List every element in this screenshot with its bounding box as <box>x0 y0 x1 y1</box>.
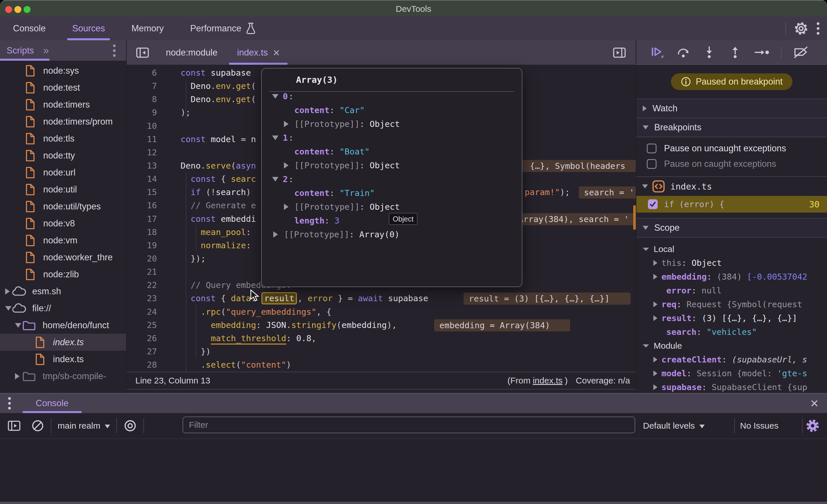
breakpoint-option[interactable]: Pause on caught exceptions <box>636 156 827 172</box>
popup-row[interactable]: content: "Train" <box>262 186 522 200</box>
step-over-icon[interactable] <box>676 46 690 59</box>
resume-icon[interactable] <box>650 46 665 59</box>
more-tabs-icon[interactable]: » <box>43 45 48 57</box>
scope-variable-this[interactable]: this: Object <box>636 256 827 270</box>
line-number[interactable]: 23 <box>127 292 157 305</box>
line-number[interactable]: 24 <box>127 305 157 319</box>
scope-variable-createClient[interactable]: createClient: (supabaseUrl, s <box>636 353 827 367</box>
console-sidebar-toggle-icon[interactable] <box>7 420 21 432</box>
step-out-icon[interactable] <box>728 46 742 59</box>
file-tree-item[interactable]: node:timers/prom <box>0 113 126 130</box>
code-line-24[interactable]: 24.rpc("query_embeddings", { <box>127 305 636 319</box>
scope-variable-result[interactable]: result: (3) [{…}, {…}, {…}] <box>636 311 827 325</box>
file-tree-item[interactable]: file:// <box>0 300 126 317</box>
checkbox[interactable] <box>647 159 656 169</box>
breakpoint-file-group[interactable]: index.ts <box>636 176 827 196</box>
tab-memory[interactable]: Memory <box>126 16 169 40</box>
file-tree-item[interactable]: index.ts <box>0 351 126 368</box>
scope-section-local[interactable]: Local <box>636 242 827 256</box>
log-levels-dropdown[interactable]: Default levels <box>643 421 704 431</box>
line-number[interactable]: 28 <box>127 358 157 372</box>
more-options-icon[interactable] <box>816 21 820 36</box>
code-line-27[interactable]: 27}) <box>127 345 636 358</box>
code-line-28[interactable]: 28.select("content") <box>127 358 636 372</box>
issues-counter[interactable]: No Issues <box>740 421 778 431</box>
file-tree-item[interactable]: node:sys <box>0 62 126 79</box>
breakpoint-entry[interactable]: if (error) { 30 <box>636 196 827 213</box>
popup-row[interactable]: [[Prototype]]: Array(0) <box>262 228 522 241</box>
line-number[interactable]: 18 <box>127 226 157 239</box>
close-drawer-icon[interactable]: × <box>810 396 818 410</box>
tab-console[interactable]: Console <box>8 16 51 40</box>
line-number[interactable]: 25 <box>127 319 157 332</box>
line-number[interactable]: 9 <box>127 106 157 119</box>
hide-panel-icon[interactable] <box>613 47 626 58</box>
popup-row[interactable]: [[Prototype]]: Object <box>262 117 522 131</box>
filter-input[interactable] <box>183 416 635 433</box>
line-number[interactable]: 21 <box>127 265 157 278</box>
line-number[interactable]: 19 <box>127 239 157 252</box>
line-number[interactable]: 13 <box>127 159 157 172</box>
popup-row[interactable]: 0: <box>262 90 522 103</box>
line-number[interactable]: 12 <box>127 146 157 159</box>
step-icon[interactable] <box>754 46 769 59</box>
line-number[interactable]: 22 <box>127 278 157 292</box>
file-tree-item[interactable]: node:tls <box>0 130 126 147</box>
line-number[interactable]: 11 <box>127 132 157 146</box>
line-number[interactable]: 7 <box>127 79 157 93</box>
file-tree-item[interactable]: node:timers <box>0 96 126 113</box>
line-number[interactable]: 6 <box>127 66 157 79</box>
line-number[interactable]: 8 <box>127 93 157 106</box>
line-number[interactable]: 17 <box>127 212 157 226</box>
popup-row[interactable]: [[Prototype]]: Object <box>262 159 522 172</box>
tab-sources[interactable]: Sources <box>67 16 110 40</box>
scope-variable-embedding[interactable]: embedding: (384) [-0.00537042 <box>636 270 827 284</box>
file-tree-item[interactable]: home/deno/funct <box>0 317 126 334</box>
line-number[interactable]: 20 <box>127 252 157 265</box>
console-settings-gear-icon[interactable] <box>805 418 820 433</box>
file-tree-item[interactable]: node:url <box>0 164 126 181</box>
editor-tab-node:module[interactable]: node:module <box>156 40 227 65</box>
file-tree-item[interactable]: node:test <box>0 79 126 96</box>
checkbox[interactable] <box>647 144 656 153</box>
scope-section-module[interactable]: Module <box>636 339 827 353</box>
file-tree-item[interactable]: index.ts <box>0 334 126 351</box>
drawer-menu-icon[interactable] <box>7 396 11 411</box>
popup-row[interactable]: 1: <box>262 131 522 145</box>
line-number[interactable]: 14 <box>127 172 157 185</box>
code-line-25[interactable]: 25embedding: JSON.stringify(embedding),e… <box>127 319 636 332</box>
file-tree-item[interactable]: node:worker_thre <box>0 249 126 266</box>
sidebar-menu-icon[interactable] <box>112 43 116 58</box>
scope-variable-supabase[interactable]: supabase: SupabaseClient {sup <box>636 380 827 393</box>
execution-context-dropdown[interactable]: main realm <box>58 421 110 431</box>
tab-performance[interactable]: Performance <box>185 16 261 40</box>
tab-scripts[interactable]: Scripts <box>7 46 34 56</box>
popup-row[interactable]: [[Prototype]]: Object <box>262 200 522 214</box>
popup-row[interactable]: content: "Boat" <box>262 145 522 159</box>
section-breakpoints[interactable]: Breakpoints <box>636 118 827 136</box>
line-number[interactable]: 16 <box>127 199 157 212</box>
scope-variable-req[interactable]: req: Request {Symbol(request <box>636 297 827 311</box>
scope-variable-search[interactable]: search: "vehicles" <box>636 325 827 339</box>
live-expression-eye-icon[interactable] <box>123 419 137 433</box>
popup-row[interactable]: content: "Car" <box>262 103 522 117</box>
line-number[interactable]: 26 <box>127 332 157 345</box>
code-line-23[interactable]: 23const { data: result, error } = await … <box>127 292 636 305</box>
breakpoint-checkbox[interactable] <box>648 200 658 209</box>
file-tree-item[interactable]: node:util <box>0 181 126 198</box>
step-into-icon[interactable] <box>702 46 717 59</box>
breakpoint-option[interactable]: Pause on uncaught exceptions <box>636 141 827 156</box>
line-number[interactable]: 27 <box>127 345 157 358</box>
settings-gear-icon[interactable] <box>793 21 809 36</box>
close-tab-icon[interactable]: × <box>273 47 280 58</box>
file-tree-item[interactable]: node:zlib <box>0 266 126 283</box>
line-number[interactable]: 15 <box>127 185 157 199</box>
file-tree-item[interactable]: esm.sh <box>0 283 126 300</box>
scope-variable-model[interactable]: model: Session {model: 'gte-s <box>636 367 827 380</box>
section-scope[interactable]: Scope <box>636 218 827 238</box>
toggle-navigator-icon[interactable] <box>136 47 149 58</box>
line-number[interactable]: 10 <box>127 119 157 132</box>
deactivate-breakpoints-icon[interactable] <box>793 46 809 59</box>
editor-tab-index.ts[interactable]: index.ts× <box>227 40 289 65</box>
clear-console-icon[interactable] <box>31 419 44 432</box>
